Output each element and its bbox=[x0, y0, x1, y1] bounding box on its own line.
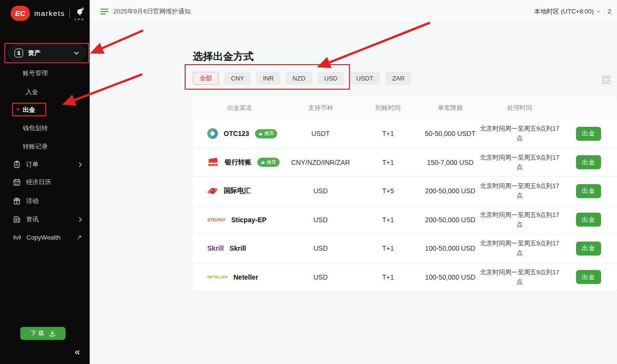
cell-limit: 200-50,000 USD bbox=[421, 187, 479, 195]
cell-limit: 100-50,000 USD bbox=[421, 273, 479, 281]
header-processing: 处理时间 bbox=[479, 104, 560, 112]
badge-label: 推荐 bbox=[267, 159, 276, 166]
sidebar-item-orders[interactable]: 订单 bbox=[13, 159, 82, 170]
channel-name: Skrill bbox=[229, 244, 246, 252]
sidebar-item-copywealth[interactable]: CopyWealth ↗ bbox=[13, 231, 82, 243]
transfer-record-label: 转账记录 bbox=[23, 143, 48, 150]
withdraw-button[interactable]: 出金 bbox=[576, 155, 601, 169]
badge-label: 推荐 bbox=[264, 130, 274, 137]
chevron-right-icon bbox=[79, 217, 82, 222]
download-icon bbox=[49, 330, 55, 337]
news-icon bbox=[13, 216, 21, 223]
topbar-partial-text: 2 bbox=[608, 8, 611, 15]
table-row-otc123: OTC123 推荐 USDT T+1 50-50,000 USDT 北京时间周一… bbox=[193, 119, 617, 148]
sidebar-item-activities[interactable]: 活动 bbox=[13, 195, 82, 207]
brand-logo: EC markets L.F.C. bbox=[11, 6, 86, 21]
sidebar-item-deposit[interactable]: 入金 bbox=[26, 88, 38, 96]
timezone-label: 本地时区 (UTC+8:00) bbox=[534, 7, 594, 16]
sidebar: EC markets L.F.C. $ 资产 账号管理 入金 出金 钱包划转 转… bbox=[0, 0, 90, 364]
cell-processing: 北京时间周一至周五9点到17点 bbox=[479, 124, 560, 143]
download-label: 下载 bbox=[31, 329, 46, 337]
cell-currency: CNY/NZD/INR/ZAR bbox=[286, 159, 355, 166]
chevron-down-icon bbox=[596, 10, 601, 13]
filter-chip-cny[interactable]: CNY bbox=[224, 72, 251, 85]
sidebar-item-account-management[interactable]: 账号管理 bbox=[23, 69, 48, 78]
channel-name: Sticpay-EP bbox=[231, 216, 267, 224]
download-button[interactable]: 下载 bbox=[20, 327, 66, 340]
withdraw-button[interactable]: 出金 bbox=[576, 270, 601, 284]
cell-arrival: T+1 bbox=[355, 216, 421, 224]
sidebar-item-news[interactable]: 资讯 bbox=[13, 214, 82, 225]
channel-name: 国际电汇 bbox=[224, 187, 251, 195]
table-row-neteller: NETELLER Neteller USD T+1 100-50,000 USD… bbox=[193, 263, 617, 292]
calendar-icon bbox=[13, 178, 21, 186]
cell-currency: USD bbox=[286, 273, 355, 281]
table-header-row: 出金渠道 支持币种 到账时间 单笔限额 处理时间 bbox=[193, 96, 617, 119]
bank-transfer-icon bbox=[207, 158, 219, 167]
filter-chip-zar[interactable]: ZAR bbox=[385, 72, 411, 85]
sidebar-item-economic-calendar[interactable]: 经济日历 bbox=[13, 176, 82, 188]
topbar: 2025年9月6日官网维护通知 本地时区 (UTC+8:00) 2 bbox=[90, 0, 617, 23]
table-row-sticpay: STICPAY Sticpay-EP USD T+1 200-50,000 US… bbox=[193, 205, 617, 234]
recommended-badge: 推荐 bbox=[255, 129, 277, 138]
liverbird-icon bbox=[74, 6, 86, 17]
maintenance-notice[interactable]: 2025年9月6日官网维护通知 bbox=[113, 7, 190, 16]
sidebar-item-transfer-record[interactable]: 转账记录 bbox=[23, 142, 48, 151]
cell-currency: USD bbox=[286, 216, 355, 224]
page-title: 选择出金方式 bbox=[193, 50, 254, 63]
cell-arrival: T+1 bbox=[355, 244, 421, 252]
orders-label: 订单 bbox=[26, 160, 39, 169]
timezone-selector[interactable]: 本地时区 (UTC+8:00) bbox=[534, 7, 601, 16]
withdraw-methods-table: 出金渠道 支持币种 到账时间 单笔限额 处理时间 OTC123 推荐 USDT … bbox=[193, 96, 617, 291]
news-label: 资讯 bbox=[26, 215, 39, 224]
sticpay-logo: STICPAY bbox=[207, 217, 226, 222]
neteller-logo: NETELLER bbox=[207, 275, 228, 279]
cell-arrival: T+1 bbox=[355, 273, 421, 281]
withdraw-button[interactable]: 出金 bbox=[576, 242, 601, 256]
skrill-logo: Skrill bbox=[207, 244, 224, 252]
channel-name: OTC123 bbox=[224, 130, 249, 137]
filter-chip-usdt[interactable]: USDT bbox=[349, 72, 380, 85]
wallet-transfer-label: 钱包划转 bbox=[23, 124, 48, 132]
header-arrival: 到账时间 bbox=[355, 104, 421, 112]
cell-processing: 北京时间周一至周五9点到17点 bbox=[479, 239, 560, 258]
withdraw-button[interactable]: 出金 bbox=[576, 127, 601, 141]
cell-limit: 150-7,000 USD bbox=[421, 159, 479, 166]
recommended-badge: 推荐 bbox=[257, 158, 280, 167]
deposit-label: 入金 bbox=[26, 88, 38, 95]
table-row-international-wire: 国际电汇 USD T+5 200-50,000 USD 北京时间周一至周五9点到… bbox=[193, 176, 617, 205]
cell-arrival: T+1 bbox=[355, 159, 421, 166]
collapse-sidebar-icon[interactable]: « bbox=[75, 346, 80, 357]
activities-label: 活动 bbox=[26, 197, 39, 205]
cell-processing: 北京时间周一至周五9点到17点 bbox=[479, 268, 560, 287]
chevron-down-icon bbox=[74, 52, 79, 55]
filter-chip-inr[interactable]: INR bbox=[256, 72, 280, 85]
cell-limit: 50-50,000 USDT bbox=[421, 130, 479, 137]
grid-view-icon[interactable] bbox=[602, 76, 610, 84]
annotation-arrow-assets bbox=[94, 30, 143, 52]
thumbs-up-icon bbox=[258, 132, 263, 136]
announcement-lines-icon bbox=[100, 9, 108, 14]
filter-chip-all[interactable]: 全部 bbox=[193, 72, 219, 85]
chevron-right-icon bbox=[79, 162, 82, 167]
cell-currency: USD bbox=[286, 187, 355, 195]
filter-chip-nzd[interactable]: NZD bbox=[286, 72, 312, 85]
clipboard-icon bbox=[13, 161, 21, 168]
cell-processing: 北京时间周一至周五9点到17点 bbox=[479, 153, 560, 172]
logo-divider bbox=[69, 9, 70, 18]
wire-transfer-globe-icon bbox=[207, 186, 218, 196]
sidebar-item-withdraw[interactable]: 出金 bbox=[23, 106, 35, 114]
economic-calendar-label: 经济日历 bbox=[26, 178, 51, 187]
topbar-divider bbox=[604, 8, 604, 15]
cell-arrival: T+1 bbox=[355, 130, 421, 137]
withdraw-button[interactable]: 出金 bbox=[576, 213, 601, 227]
withdraw-button[interactable]: 出金 bbox=[576, 184, 601, 198]
sidebar-item-assets[interactable]: $ 资产 bbox=[8, 45, 86, 61]
broadcast-icon bbox=[13, 233, 21, 241]
filter-chip-usd[interactable]: USD bbox=[318, 72, 344, 85]
table-row-bank-transfer: 银行转账 推荐 CNY/NZD/INR/ZAR T+1 150-7,000 US… bbox=[193, 148, 617, 177]
cell-processing: 北京时间周一至周五9点到17点 bbox=[479, 181, 560, 201]
cell-currency: USD bbox=[286, 244, 355, 252]
cell-processing: 北京时间周一至周五9点到17点 bbox=[479, 210, 560, 229]
sidebar-item-wallet-transfer[interactable]: 钱包划转 bbox=[23, 124, 48, 133]
